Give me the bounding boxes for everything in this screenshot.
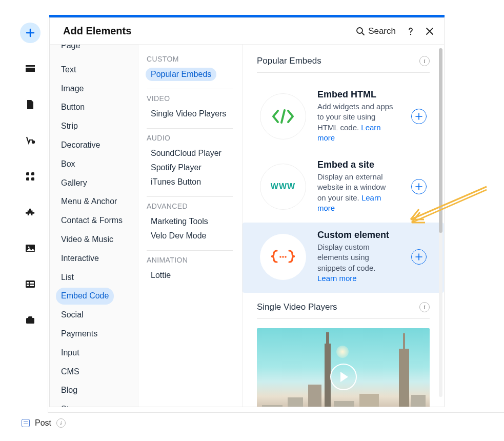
rail-section-button[interactable] [20, 58, 41, 79]
rail-plugins-button[interactable] [20, 202, 41, 223]
category-item[interactable]: Input [56, 345, 85, 362]
divider [147, 89, 233, 89]
image-icon [25, 244, 35, 252]
category-item[interactable]: CMS [56, 364, 85, 380]
post-label[interactable]: Post [35, 418, 51, 428]
rail-business-button[interactable] [20, 310, 41, 330]
decorative-building [359, 394, 379, 407]
section-icon [25, 65, 35, 73]
embed-card-title: Custom element [317, 230, 396, 240]
svg-rect-14 [26, 318, 34, 324]
category-item[interactable]: Box [56, 156, 80, 173]
custom-element-thumb [260, 234, 306, 280]
embed-site-thumb: WWW [260, 164, 306, 210]
custom-element-card[interactable]: Custom element Display custom elements u… [243, 223, 444, 293]
help-button[interactable] [406, 27, 415, 36]
rail-theme-button[interactable] [20, 130, 41, 151]
braces-icon [270, 249, 296, 265]
content-column: Popular Embeds i Embed HTML Add widgets … [243, 45, 444, 407]
category-item[interactable]: Menu & Anchor [56, 193, 122, 210]
subcategory-item[interactable]: Single Video Players [146, 107, 231, 121]
info-button[interactable]: i [419, 302, 430, 312]
close-button[interactable] [426, 27, 434, 35]
svg-rect-11 [30, 282, 34, 284]
grid-icon [26, 172, 35, 181]
video-player-preview[interactable] [257, 328, 430, 407]
rail-page-button[interactable] [20, 94, 41, 115]
page-icon [26, 99, 34, 110]
rail-media-button[interactable] [20, 238, 41, 258]
category-item[interactable]: Payments [56, 326, 103, 343]
category-item[interactable]: List [56, 269, 79, 286]
category-item-embed-code[interactable]: Embed Code [56, 288, 114, 305]
search-button[interactable]: Search [356, 26, 396, 36]
add-embed-button[interactable] [411, 179, 427, 194]
category-item[interactable]: Button [56, 99, 90, 116]
embed-site-card[interactable]: WWW Embed a site Display an external web… [257, 152, 430, 223]
svg-rect-0 [26, 65, 35, 67]
category-item[interactable]: Strip [56, 118, 83, 135]
left-tool-rail [12, 17, 48, 413]
decorative-building [334, 401, 354, 407]
rail-add-button[interactable] [20, 23, 41, 43]
category-item[interactable]: Blog [56, 382, 83, 399]
decorative-building [411, 395, 426, 407]
subcategory-item[interactable]: Marketing Tools [146, 215, 213, 228]
search-icon [356, 27, 365, 36]
category-item[interactable]: Video & Music [56, 231, 118, 248]
embed-html-card[interactable]: Embed HTML Add widgets and apps to your … [257, 82, 430, 152]
decorative-building [308, 385, 321, 407]
decorative-sun [336, 346, 349, 358]
section-head: Single Video Players i [257, 302, 430, 319]
embed-card-text: Custom element Display custom elements u… [317, 230, 400, 284]
category-item[interactable]: Text [56, 62, 81, 78]
theme-icon [25, 136, 35, 145]
category-item[interactable]: Decorative [56, 137, 105, 154]
learn-more-link[interactable]: Learn more [317, 274, 357, 283]
embed-html-thumb [260, 93, 306, 139]
scrollbar-thumb[interactable] [439, 48, 442, 233]
svg-point-19 [282, 256, 284, 258]
category-item[interactable]: Social [56, 307, 89, 324]
svg-rect-9 [26, 280, 35, 288]
table-icon [25, 280, 35, 288]
svg-rect-13 [30, 285, 34, 286]
info-button[interactable]: i [56, 418, 66, 428]
category-item[interactable]: Interactive [56, 250, 104, 267]
category-item[interactable]: Contact & Forms [56, 212, 128, 229]
embed-card-text: Embed a site Display an external website… [317, 159, 400, 213]
subcategory-item[interactable]: SoundCloud Player [146, 147, 227, 160]
add-embed-button[interactable] [411, 109, 427, 124]
svg-rect-10 [27, 282, 29, 284]
embed-card-title: Embed a site [317, 159, 396, 170]
rail-apps-button[interactable] [20, 166, 41, 187]
subcategory-item[interactable]: Spotify Player [146, 161, 207, 174]
rail-data-button[interactable] [20, 274, 41, 294]
category-item[interactable]: Page [56, 45, 85, 54]
section-title: Popular Embeds [257, 56, 321, 66]
category-item[interactable]: Store [56, 401, 86, 407]
svg-rect-12 [27, 285, 29, 286]
subcategory-popular-embeds[interactable]: Popular Embeds [146, 68, 216, 81]
subcategory-item[interactable]: Lottie [146, 269, 176, 282]
svg-rect-6 [31, 177, 34, 181]
add-embed-button[interactable] [411, 249, 427, 265]
content-scrollbar[interactable] [439, 48, 442, 397]
decorative-building [288, 397, 303, 407]
plus-icon [25, 28, 35, 38]
info-button[interactable]: i [419, 56, 430, 66]
category-item[interactable]: Image [56, 81, 89, 97]
subcategory-item[interactable]: Velo Dev Mode [146, 229, 212, 243]
category-column: Page Text Image Button Strip Decorative … [50, 45, 138, 407]
panel-header: Add Elements Search [50, 18, 444, 45]
svg-point-20 [285, 256, 287, 258]
puzzle-icon [25, 207, 35, 217]
html-code-icon [271, 109, 295, 124]
subcategory-item[interactable]: iTunes Button [146, 175, 206, 189]
play-button[interactable] [330, 364, 357, 390]
play-icon [340, 372, 348, 382]
category-item[interactable]: Gallery [56, 175, 92, 192]
subcategory-column: CUSTOM Popular Embeds VIDEO Single Video… [138, 45, 243, 407]
svg-rect-4 [31, 172, 34, 175]
embed-card-desc: Display an external website in a window … [317, 172, 396, 213]
